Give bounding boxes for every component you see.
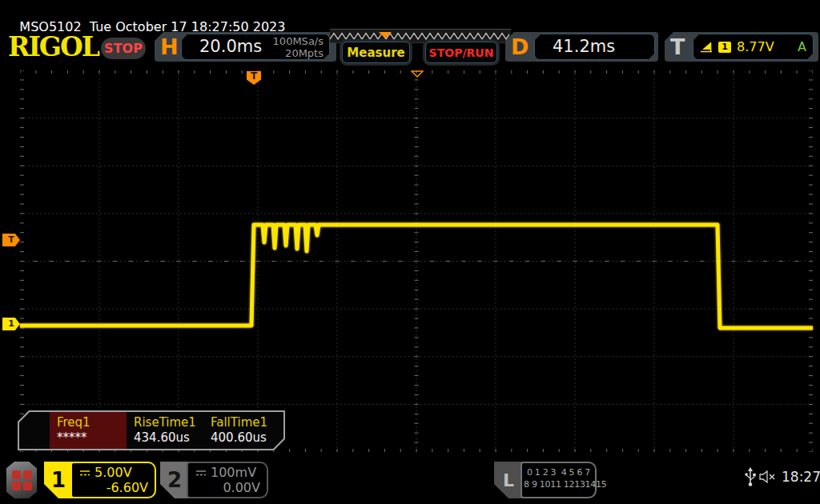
channel2-tab[interactable]: 2 (160, 462, 189, 498)
menu-grid-icon (12, 470, 21, 479)
measurement-spacer (19, 412, 50, 449)
trigger-mode: A (798, 39, 806, 54)
measurement-label: RiseTime1 (134, 415, 203, 430)
stop-run-button[interactable]: STOP/RUN (425, 42, 497, 63)
dc-coupling-icon (78, 468, 91, 478)
trigger-level-marker[interactable]: T (2, 234, 20, 246)
menu-grid-icon (23, 470, 32, 479)
ch1-ground-marker[interactable]: 1 (2, 318, 20, 330)
menu-grid-icon (12, 482, 21, 490)
delay-box[interactable]: 41.2ms (534, 34, 655, 60)
measurement-panel: Freq1 ***** RiseTime1 434.60us FallTime1… (18, 410, 285, 450)
measurement-value: ***** (57, 430, 127, 445)
channel2-offset: 0.00V (195, 480, 260, 495)
horizontal-settings-group[interactable]: H 20.0ms 100MSa/s 20Mpts (155, 32, 336, 62)
measurement-risetime1[interactable]: RiseTime1 434.60us (127, 412, 203, 449)
menu-grid-icon (23, 482, 32, 490)
measure-button[interactable]: Measure (342, 42, 410, 63)
timebase-box[interactable]: 20.0ms 100MSa/s 20Mpts (181, 34, 330, 60)
delay-label: D (511, 33, 529, 61)
measurement-freq1[interactable]: Freq1 ***** (50, 412, 127, 449)
menu-button[interactable] (6, 462, 37, 498)
channel1-tab[interactable]: 1 (44, 462, 73, 498)
measurement-value: 400.60us (211, 430, 280, 445)
measurement-falltime1[interactable]: FallTime1 400.60us (203, 412, 280, 449)
logic-row2: 8 9 1011 12131415 (524, 478, 593, 490)
clock: 18:27 (782, 469, 820, 485)
channel2-box[interactable]: 100mV 0.00V (187, 462, 268, 498)
logic-tab[interactable]: L (494, 462, 523, 498)
measurement-value: 434.60us (134, 430, 203, 445)
channel1-box[interactable]: 5.00V -6.60V (70, 462, 156, 498)
rising-edge-trigger-icon (700, 42, 713, 53)
measurement-label: FallTime1 (211, 415, 280, 430)
channel1-control[interactable]: 1 5.00V -6.60V (44, 462, 156, 498)
logic-row1: 0 1 2 3 4 5 6 7 (524, 466, 593, 478)
trigger-level-value: 8.77V (737, 39, 774, 54)
sample-rate: 100MSa/s (273, 35, 324, 47)
screen-center-marker (411, 70, 424, 78)
timebase-value: 20.0ms (199, 37, 262, 56)
oscilloscope-screen: MSO5102 Tue October 17 18:27:50 2023 RIG… (0, 0, 820, 504)
logic-box[interactable]: 0 1 2 3 4 5 6 7 8 9 1011 12131415 (521, 462, 597, 498)
logic-channels-control[interactable]: L 0 1 2 3 4 5 6 7 8 9 1011 12131415 (494, 462, 597, 498)
speaker-muted-icon (759, 470, 777, 483)
rigol-logo: RIGOL (8, 34, 98, 61)
ch1-waveform-trace (20, 70, 813, 452)
channel1-scale: 5.00V (94, 465, 132, 480)
memory-depth: 20Mpts (273, 47, 324, 59)
measurement-label: Freq1 (57, 415, 127, 430)
horizontal-label: H (160, 33, 179, 61)
delay-group[interactable]: D 41.2ms (505, 32, 658, 62)
trigger-source-badge: 1 (718, 42, 731, 53)
delay-value: 41.2ms (553, 37, 615, 56)
run-state-badge: STOP (101, 38, 146, 59)
usb-icon (744, 466, 757, 487)
measurement-panel-inner: Freq1 ***** RiseTime1 434.60us FallTime1… (19, 412, 283, 449)
trigger-label: T (670, 33, 685, 61)
trigger-box[interactable]: 1 8.77V A (693, 34, 814, 60)
dc-coupling-icon (195, 468, 207, 478)
trigger-group[interactable]: T 1 8.77V A (665, 32, 818, 62)
channel2-scale: 100mV (211, 465, 256, 480)
acquisition-info: 100MSa/s 20Mpts (273, 35, 324, 59)
channel1-offset: -6.60V (78, 480, 148, 495)
memory-waveform-icon (330, 30, 509, 42)
channel2-control[interactable]: 2 100mV 0.00V (160, 462, 268, 498)
waveform-display: T T 1 (20, 70, 813, 452)
